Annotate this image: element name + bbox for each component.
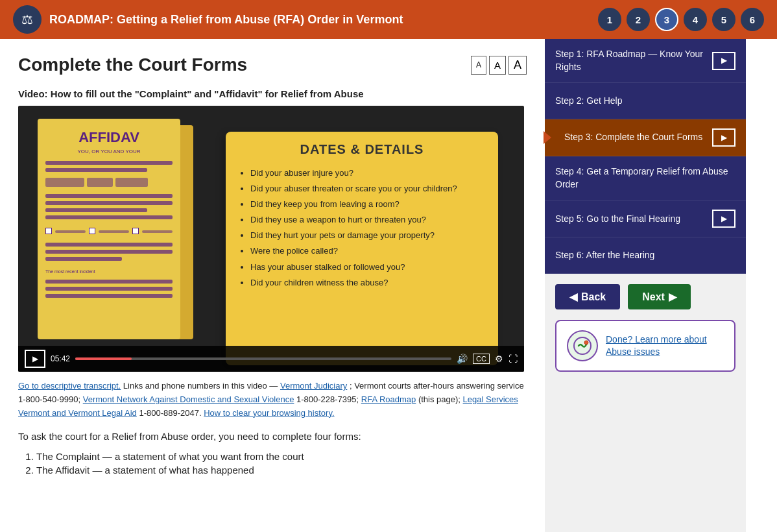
sidebar-item-step4[interactable]: Step 4: Get a Temporary Relief from Abus…	[545, 156, 746, 200]
step-circle-5[interactable]: 5	[712, 8, 735, 31]
description-area: Go to descriptive transcript. Links and …	[18, 380, 524, 420]
affidavit-line	[45, 161, 173, 165]
step-circle-6[interactable]: 6	[741, 8, 764, 31]
header: ⚖ ROADMAP: Getting a Relief from Abuse (…	[0, 0, 777, 39]
links-intro: Links and phone numbers in this video —	[123, 381, 278, 391]
play-icon-step1: ▶	[712, 52, 735, 70]
transcript-link[interactable]: Go to descriptive transcript.	[18, 381, 121, 391]
svg-point-1	[584, 341, 588, 345]
dd-item: Did your abuser threaten or scare you or…	[250, 182, 485, 196]
header-left: ⚖ ROADMAP: Getting a Relief from Abuse (…	[13, 5, 403, 34]
sidebar-item-step3[interactable]: Step 3: Complete the Court Forms ▶	[545, 119, 746, 156]
vtnadsv-link[interactable]: Vermont Network Against Domestic and Sex…	[83, 394, 294, 404]
next-button[interactable]: Next ▶	[628, 284, 691, 309]
settings-icon[interactable]: ⚙	[495, 354, 503, 364]
list-item-1: The Complaint — a statement of what you …	[36, 451, 527, 462]
sidebar-item-step5[interactable]: Step 5: Go to the Final Hearing ▶	[545, 200, 746, 237]
sidebar-item-step4-label: Step 4: Get a Temporary Relief from Abus…	[555, 165, 735, 191]
font-large-button[interactable]: A	[508, 56, 527, 75]
done-box[interactable]: Done? Learn more about Abuse issues	[555, 320, 735, 372]
affidavit-line	[45, 294, 173, 298]
affidavit-title: AFFIDAV	[45, 129, 173, 146]
content-area: Complete the Court Forms A A A Video: Ho…	[0, 39, 545, 532]
cc-button[interactable]: CC	[473, 354, 490, 364]
affidavit-line	[45, 194, 173, 198]
step-circle-2[interactable]: 2	[627, 8, 650, 31]
video-label: Video: How to fill out the "Complaint" a…	[18, 88, 527, 99]
rfa-roadmap-link[interactable]: RFA Roadmap	[361, 394, 416, 404]
volume-icon[interactable]: 🔊	[457, 354, 468, 364]
step-circles: 1 2 3 4 5 6	[598, 8, 764, 31]
forms-list: The Complaint — a statement of what you …	[18, 451, 527, 476]
affidavit-line	[45, 287, 173, 291]
progress-fill	[75, 357, 132, 360]
nav-buttons: ◀ Back Next ▶	[545, 274, 746, 320]
video-player[interactable]: AFFIDAV YOU, OR YOU AND YOUR	[18, 106, 524, 372]
back-button[interactable]: ◀ Back	[555, 284, 620, 309]
body-intro: To ask the court for a Relief from Abuse…	[18, 429, 527, 444]
next-arrow-icon: ▶	[669, 291, 676, 303]
sidebar-item-step2[interactable]: Step 2: Get Help	[545, 83, 746, 119]
dd-item: Did your children witness the abuse?	[250, 276, 485, 290]
sidebar-item-step3-label: Step 3: Complete the Court Forms	[555, 131, 707, 144]
play-icon-step3: ▶	[712, 128, 735, 147]
back-label: Back	[581, 291, 606, 303]
main-container: Complete the Court Forms A A A Video: Ho…	[0, 39, 777, 532]
page-title: Complete the Court Forms	[18, 54, 247, 75]
play-icon-step5: ▶	[712, 210, 735, 228]
back-arrow-icon: ◀	[569, 291, 577, 303]
affidavit-line	[45, 168, 147, 172]
list-item-2: The Affidavit — a statement of what has …	[36, 465, 527, 476]
video-thumbnail: AFFIDAV YOU, OR YOU AND YOUR	[18, 106, 524, 372]
affidavit-footer: The most recent incident	[45, 269, 173, 274]
video-controls: ▶ 05:42 🔊 CC ⚙ ⛶	[18, 346, 524, 372]
step-circle-4[interactable]: 4	[684, 8, 707, 31]
rfa-suffix: (this page);	[416, 394, 462, 404]
sidebar-item-step2-label: Step 2: Get Help	[555, 95, 735, 108]
font-medium-button[interactable]: A	[489, 56, 506, 75]
sidebar-item-step5-label: Step 5: Go to the Final Hearing	[555, 213, 707, 226]
done-icon	[567, 330, 598, 361]
dd-item: Did they keep you from leaving a room?	[250, 197, 485, 212]
affidavit-line	[45, 257, 122, 261]
affidavit-line	[45, 243, 173, 247]
video-time: 05:42	[51, 354, 70, 363]
affidavit-checkboxes	[45, 228, 173, 234]
description-text: Go to descriptive transcript. Links and …	[18, 380, 524, 420]
dd-item: Did your abuser injure you?	[250, 166, 485, 180]
legal-suffix: 1-800-889-2047.	[137, 408, 204, 418]
done-text[interactable]: Done? Learn more about Abuse issues	[606, 333, 724, 359]
affidavit-line	[45, 250, 173, 254]
vermont-judiciary-link[interactable]: Vermont Judiciary	[280, 381, 347, 391]
font-controls: A A A	[471, 56, 527, 75]
dd-item: Did they use a weapon to hurt or threate…	[250, 213, 485, 227]
affidavit-line	[45, 201, 173, 205]
logo-icon: ⚖	[13, 5, 42, 34]
sidebar-item-step6[interactable]: Step 6: After the Hearing	[545, 237, 746, 274]
affidavit-line	[45, 208, 147, 212]
dates-details-title: DATES & DETAILS	[239, 142, 485, 157]
play-button[interactable]: ▶	[25, 350, 45, 368]
browsing-history-link[interactable]: How to clear your browsing history.	[204, 408, 334, 418]
progress-bar[interactable]	[75, 357, 451, 360]
affidavit-paper: AFFIDAV YOU, OR YOU AND YOUR	[38, 119, 180, 339]
sidebar-item-step1-label: Step 1: RFA Roadmap — Know Your Rights	[555, 48, 707, 73]
dates-details-box: DATES & DETAILS Did your abuser injure y…	[226, 132, 498, 365]
font-small-button[interactable]: A	[471, 56, 486, 75]
dd-item: Has your abuser stalked or followed you?	[250, 260, 485, 274]
step-circle-3[interactable]: 3	[655, 8, 678, 31]
dd-item: Were the police called?	[250, 244, 485, 258]
sidebar-item-step1[interactable]: Step 1: RFA Roadmap — Know Your Rights ▶	[545, 39, 746, 83]
vtnadsv-suffix: 1-800-228-7395;	[294, 394, 361, 404]
fullscreen-icon[interactable]: ⛶	[508, 354, 518, 364]
affidavit-line	[45, 280, 173, 284]
sidebar-item-step6-label: Step 6: After the Hearing	[555, 249, 735, 262]
affidavit-subtitle: YOU, OR YOU AND YOUR	[45, 149, 173, 154]
next-label: Next	[642, 291, 665, 303]
header-title: ROADMAP: Getting a Relief from Abuse (RF…	[49, 13, 403, 27]
dd-item: Did they hurt your pets or damage your p…	[250, 228, 485, 243]
step-circle-1[interactable]: 1	[598, 8, 621, 31]
affidavit-lines: The most recent incident	[45, 161, 173, 298]
dates-details-list: Did your abuser injure you? Did your abu…	[239, 166, 485, 290]
page-title-row: Complete the Court Forms A A A	[18, 54, 527, 75]
